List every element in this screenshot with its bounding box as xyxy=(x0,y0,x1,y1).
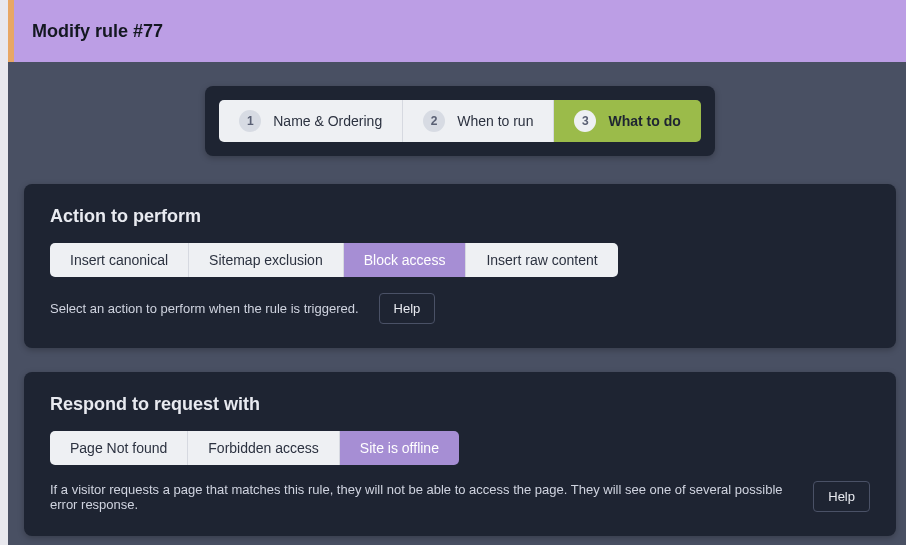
option-block-access[interactable]: Block access xyxy=(343,243,466,277)
panel-respond-with: Respond to request with Page Not found F… xyxy=(24,372,896,536)
option-sitemap-exclusion[interactable]: Sitemap exclusion xyxy=(188,243,343,277)
option-insert-canonical[interactable]: Insert canonical xyxy=(50,243,188,277)
option-page-not-found[interactable]: Page Not found xyxy=(50,431,187,465)
panel-hint: If a visitor requests a page that matche… xyxy=(50,482,793,512)
stepper: 1 Name & Ordering 2 When to run 3 What t… xyxy=(205,86,715,156)
panel-hint: Select an action to perform when the rul… xyxy=(50,301,359,316)
step-label: When to run xyxy=(457,113,533,129)
option-site-is-offline[interactable]: Site is offline xyxy=(339,431,459,465)
modal-title: Modify rule #77 xyxy=(32,21,163,42)
option-insert-raw-content[interactable]: Insert raw content xyxy=(465,243,617,277)
stepper-container: 1 Name & Ordering 2 When to run 3 What t… xyxy=(24,86,896,156)
help-button[interactable]: Help xyxy=(813,481,870,512)
panel-footer: Select an action to perform when the rul… xyxy=(50,293,870,324)
modal-header: Modify rule #77 xyxy=(14,0,906,62)
step-what-to-do[interactable]: 3 What to do xyxy=(553,100,700,142)
step-number: 1 xyxy=(239,110,261,132)
left-gutter xyxy=(0,0,8,545)
panel-title: Action to perform xyxy=(50,206,870,227)
step-when-to-run[interactable]: 2 When to run xyxy=(402,100,553,142)
panel-action-to-perform: Action to perform Insert canonical Sitem… xyxy=(24,184,896,348)
step-label: What to do xyxy=(608,113,680,129)
step-label: Name & Ordering xyxy=(273,113,382,129)
modal-body: 1 Name & Ordering 2 When to run 3 What t… xyxy=(14,62,906,545)
respond-options: Page Not found Forbidden access Site is … xyxy=(50,431,459,465)
option-forbidden-access[interactable]: Forbidden access xyxy=(187,431,339,465)
step-number: 2 xyxy=(423,110,445,132)
action-options: Insert canonical Sitemap exclusion Block… xyxy=(50,243,618,277)
help-button[interactable]: Help xyxy=(379,293,436,324)
step-number: 3 xyxy=(574,110,596,132)
panel-footer: If a visitor requests a page that matche… xyxy=(50,481,870,512)
step-name-ordering[interactable]: 1 Name & Ordering xyxy=(219,100,402,142)
panel-title: Respond to request with xyxy=(50,394,870,415)
